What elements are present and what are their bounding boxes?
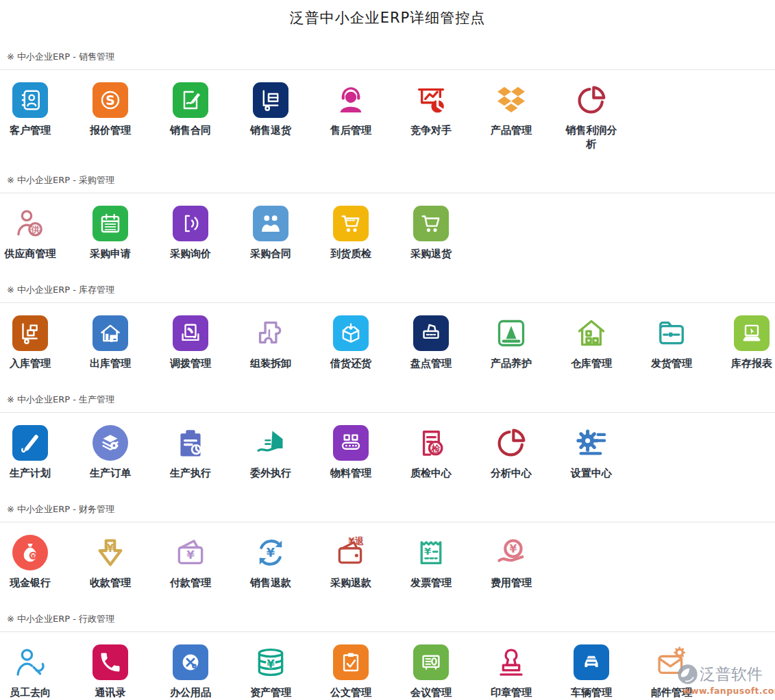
erp-module-item[interactable]: 分析中心 [481,425,541,480]
database-yen-icon: ¥ [253,644,288,680]
erp-section: ※ 中小企业ERP - 库存管理 入库管理 出库管理 调拨管理 组装拆卸 借货还… [0,271,775,381]
erp-module-item[interactable]: 组装拆卸 [241,315,301,370]
presentation-chart-icon [413,82,449,118]
erp-section: ※ 中小企业ERP - 销售管理 客户管理 S 报价管理 销售合同 销售退货 售… [0,51,775,162]
svg-text:¥: ¥ [107,542,114,555]
erp-module-item[interactable]: 借货还货 [321,315,381,370]
erp-module-item[interactable]: 委外执行 [241,425,301,480]
erp-module-item[interactable]: ¥ 费用管理 [481,535,541,590]
invoice-yen-icon: ¥ [413,535,449,570]
erp-module-item[interactable]: 产品管理 [481,82,541,151]
module-label: 发票管理 [410,576,452,590]
handshake-people-icon [253,206,288,241]
calendar-icon [93,206,128,241]
svg-text:供: 供 [30,224,40,234]
erp-module-item[interactable]: 销售合同 [160,82,221,151]
erp-module-item[interactable]: 发货管理 [641,315,702,370]
erp-module-item[interactable]: ¥ 现金银行 [0,535,60,590]
section-row: 员工去向 通讯录 办公用品 ¥ 资产管理 公文管理 会议管理 印章管理 车辆管理… [0,632,775,700]
erp-module-item[interactable]: ¥ 付款管理 [160,535,221,590]
erp-module-item[interactable]: 盘点管理 [401,315,461,370]
erp-module-item[interactable]: 仓库管理 [561,315,622,370]
module-label: 公文管理 [330,686,371,699]
erp-module-item[interactable]: 售后管理 [321,82,381,151]
conveyor-icon [333,425,369,461]
erp-module-item[interactable]: 销售利润分析 [561,82,622,151]
module-label: 设置中心 [571,466,612,480]
module-label: 客户管理 [10,123,51,137]
erp-module-item[interactable]: ¥ 销售退款 [241,535,301,590]
module-label: 调拨管理 [170,357,211,370]
section-title: ※ 中小企业ERP - 采购管理 [0,162,775,193]
module-label: 现金银行 [10,576,51,590]
module-label: 费用管理 [491,576,532,590]
erp-module-item[interactable]: ¥ 资产管理 [241,644,301,699]
sections: ※ 中小企业ERP - 销售管理 客户管理 S 报价管理 销售合同 销售退货 售… [0,51,775,700]
erp-module-item[interactable]: 公文管理 [321,644,381,699]
erp-module-item[interactable]: S 报价管理 [80,82,140,151]
section-row: 生产计划 生产订单 生产执行 委外执行 物料管理 检 质检中心 分析中心 设置中… [0,413,775,491]
erp-section: ※ 中小企业ERP - 采购管理 供 供应商管理 采购申请 采购询价 采购合同 … [0,162,775,271]
erp-module-item[interactable]: 印章管理 [481,644,541,699]
clipboard-check-icon [333,644,369,680]
module-label: 生产订单 [90,466,131,480]
erp-module-item[interactable]: 员工去向 [0,644,60,699]
erp-module-item[interactable]: 供 供应商管理 [0,206,60,261]
module-label: 印章管理 [491,686,532,699]
erp-module-item[interactable]: 入库管理 [0,315,60,370]
module-label: 产品管理 [491,123,532,137]
erp-module-item[interactable]: 物料管理 [321,425,381,480]
transfer-tray-icon [173,315,208,351]
module-label: 仓库管理 [571,357,612,370]
watermark-top: 泛普软件 [677,664,773,685]
module-label: 分析中心 [491,466,532,480]
module-label: 入库管理 [10,357,51,370]
projector-icon [413,644,449,680]
erp-module-item[interactable]: 检 质检中心 [401,425,461,480]
erp-module-item[interactable]: 采购合同 [241,206,301,261]
section-title: ※ 中小企业ERP - 财务管理 [0,491,775,522]
erp-module-item[interactable]: 设置中心 [561,425,622,480]
stamp-icon [493,644,529,680]
erp-module-item[interactable]: 生产计划 [0,425,60,480]
phonebook-icon [93,644,128,680]
erp-module-item[interactable]: ¥退 采购退款 [321,535,381,590]
erp-module-item[interactable]: 竞争对手 [401,82,461,151]
module-label: 报价管理 [90,123,131,137]
erp-module-item[interactable]: 客户管理 [0,82,60,151]
module-label: 产品养护 [491,357,532,370]
phone-call-icon [173,206,208,241]
erp-module-item[interactable]: 调拨管理 [160,315,221,370]
erp-module-item[interactable]: 通讯录 [80,644,140,699]
erp-module-item[interactable]: ¥ 发票管理 [401,535,461,590]
section-row: 入库管理 出库管理 调拨管理 组装拆卸 借货还货 盘点管理 产品养护 仓库管理 … [0,303,775,381]
erp-module-item[interactable]: 采购询价 [160,206,221,261]
erp-module-item[interactable]: 车辆管理 [561,644,622,699]
erp-module-item[interactable]: 采购退货 [401,206,461,261]
erp-module-item[interactable]: 出库管理 [80,315,140,370]
erp-module-item[interactable]: 销售退货 [241,82,301,151]
erp-module-item[interactable]: ¥ 收款管理 [80,535,140,590]
erp-module-item[interactable]: 生产执行 [160,425,221,480]
erp-section: ※ 中小企业ERP - 行政管理 员工去向 通讯录 办公用品 ¥ 资产管理 公文… [0,601,775,700]
erp-module-item[interactable]: 到货质检 [321,206,381,261]
module-label: 采购退货 [410,247,452,261]
page: 泛普中小企业ERP详细管控点 ※ 中小企业ERP - 销售管理 客户管理 S 报… [0,0,775,700]
page-title: 泛普中小企业ERP详细管控点 [0,8,775,27]
cart-inspect-icon [333,206,369,241]
erp-module-item[interactable]: 办公用品 [160,644,221,699]
erp-module-item[interactable]: 会议管理 [401,644,461,699]
laptop-cursor-icon [734,315,770,351]
module-label: 质检中心 [410,466,452,480]
folder-share-icon [654,315,689,351]
module-label: 生产执行 [170,466,211,480]
erp-module-item[interactable]: 生产订单 [80,425,140,480]
section-title: ※ 中小企业ERP - 行政管理 [0,601,775,631]
house-hand-icon [253,425,288,461]
erp-module-item[interactable]: 采购申请 [80,206,140,261]
layers-order-icon [93,425,128,461]
module-label: 生产计划 [10,466,51,480]
erp-module-item[interactable]: 库存报表 [722,315,775,370]
module-label: 收款管理 [90,576,131,590]
erp-module-item[interactable]: 产品养护 [481,315,541,370]
